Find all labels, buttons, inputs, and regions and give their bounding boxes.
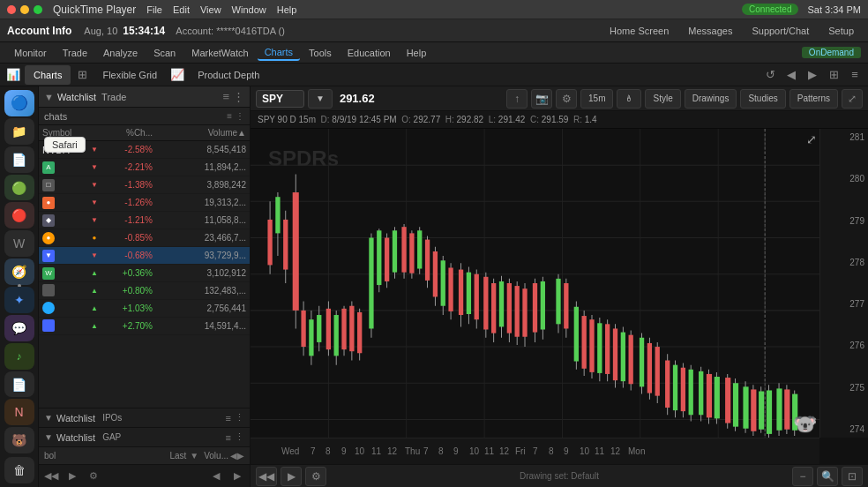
sidebar-dots-icon[interactable]: ⋮ [233, 90, 244, 103]
section2-dots[interactable]: ⋮ [235, 431, 244, 443]
symbol-2: □ [42, 178, 86, 191]
sidebar-collapse-toggle[interactable]: ▼ [44, 92, 54, 102]
tab-productdepth[interactable]: Product Depth [189, 65, 268, 85]
sidebar-left-btn[interactable]: ◀ [207, 468, 225, 485]
mac-menu-file[interactable]: File [146, 4, 162, 15]
settings-icon[interactable]: ⚙ [556, 89, 577, 109]
sidebar-right-btn[interactable]: ▶ [228, 468, 246, 485]
section1-toggle[interactable]: ▼ [44, 413, 53, 423]
nav-help[interactable]: Help [400, 46, 434, 60]
dock-app4[interactable]: 🔴 [4, 202, 34, 229]
dock-app3[interactable]: 🟢 [4, 175, 34, 201]
menu-icon[interactable]: ≡ [845, 65, 864, 85]
patterns-btn[interactable]: Patterns [789, 89, 838, 109]
maximize-dot[interactable] [34, 5, 42, 14]
drawings-btn[interactable]: Drawings [685, 89, 737, 109]
fullscreen-icon[interactable]: ⤢ [806, 132, 817, 146]
dock-finder[interactable]: 🔵 [4, 90, 34, 116]
nav-trade[interactable]: Trade [56, 46, 94, 60]
grid-icon[interactable]: ⊞ [824, 65, 843, 85]
dock-app7[interactable]: ✦ [4, 287, 34, 313]
dock-app11[interactable]: N [4, 399, 34, 425]
share-icon[interactable]: ↑ [506, 89, 528, 109]
refresh-icon[interactable]: ↺ [760, 65, 780, 85]
timeframe-btn[interactable]: 15m [580, 89, 613, 109]
candle-icon[interactable]: 🕯 [617, 89, 641, 109]
dock-safari[interactable]: 🧭 [4, 258, 34, 285]
tab-icon-grid[interactable]: ⊞ [72, 65, 92, 85]
chats-dots[interactable]: ⋮ [236, 111, 244, 121]
chart-settings-btn[interactable]: ⚙ [305, 467, 326, 486]
dock-app5[interactable]: W [4, 230, 34, 257]
expand-icon[interactable]: ⤢ [842, 89, 863, 109]
nav-messages[interactable]: Messages [681, 24, 739, 38]
sidebar-settings-btn[interactable]: ⚙ [85, 468, 102, 485]
table-row[interactable]: ▲ +0.80% 132,483,... [39, 282, 250, 300]
close-dot[interactable] [7, 5, 16, 14]
dock-app10[interactable]: 📄 [4, 371, 34, 398]
tab-flexiblegrid[interactable]: Flexible Grid [94, 65, 166, 85]
nav-tools[interactable]: Tools [302, 46, 339, 60]
dock-app12[interactable]: 🐻 [4, 427, 34, 453]
nav-analyze[interactable]: Analyze [96, 46, 145, 60]
tab-icon-depth[interactable]: 📈 [168, 65, 187, 85]
nav-home[interactable]: Home Screen [602, 24, 676, 38]
table-row[interactable]: ● ● -0.85% 23,466,7... [39, 229, 250, 247]
chart-zoom-in[interactable]: 🔍 [817, 467, 838, 486]
trade-tab[interactable]: Trade [101, 92, 126, 102]
sidebar-prev-btn[interactable]: ◀◀ [42, 468, 60, 485]
last-dropdown[interactable]: ▼ [190, 451, 198, 461]
mac-menu-edit[interactable]: Edit [173, 4, 190, 15]
nav-monitor[interactable]: Monitor [7, 46, 54, 60]
dock-app8[interactable]: 💬 [4, 315, 34, 341]
nav-scan[interactable]: Scan [146, 46, 183, 60]
chart-zoom-out[interactable]: − [792, 467, 813, 486]
change-icon-9: ▲ [86, 302, 102, 316]
table-row[interactable]: ▲ +2.70% 14,591,4... [39, 318, 250, 335]
table-row[interactable]: □ ▼ -1.38% 3,898,242 [39, 176, 250, 194]
mac-menu-view[interactable]: View [200, 4, 221, 15]
nav-education[interactable]: Education [340, 46, 398, 60]
sidebar-play-btn[interactable]: ▶ [64, 468, 81, 485]
volume-0: 8,545,418 [153, 145, 246, 154]
section1-dots[interactable]: ⋮ [235, 412, 244, 423]
dock-app1[interactable]: 📁 [4, 118, 34, 145]
chats-menu[interactable]: ≡ [227, 111, 232, 121]
table-row[interactable]: W ▲ +0.36% 3,102,912 [39, 265, 250, 282]
dock-app9[interactable]: ♪ [4, 343, 34, 370]
account-info-label[interactable]: Account Info [7, 25, 71, 37]
section1-menu[interactable]: ≡ [226, 413, 231, 423]
forward-icon[interactable]: ▶ [803, 65, 822, 85]
minimize-dot[interactable] [20, 5, 29, 14]
table-row[interactable]: A ▼ -2.21% 11,894,2... [39, 159, 250, 176]
symbol-type-btn[interactable]: ▼ [308, 89, 333, 109]
sidebar-menu-icon[interactable]: ≡ [222, 90, 229, 103]
camera-icon[interactable]: 📷 [531, 89, 552, 109]
nav-support[interactable]: Support/Chat [745, 24, 816, 38]
table-row[interactable]: ● ▼ -1.26% 19,313,2... [39, 194, 250, 212]
last-scroll[interactable]: ◀▶ [230, 451, 244, 461]
bear-icon[interactable]: 🐨 [793, 413, 817, 436]
section2-toggle[interactable]: ▼ [44, 432, 53, 442]
dock-trash[interactable]: 🗑 [4, 457, 34, 483]
chart-prev-btn[interactable]: ◀◀ [256, 467, 277, 486]
table-row[interactable]: ◆ ▼ -1.21% 11,058,8... [39, 212, 250, 229]
section2-menu[interactable]: ≡ [226, 432, 231, 443]
tab-icon-charts[interactable]: 📊 [4, 65, 23, 85]
tab-charts[interactable]: Charts [25, 65, 71, 85]
table-row[interactable]: ▼ ▼ -0.68% 93,729,9... [39, 247, 250, 265]
table-row[interactable]: ▲ +1.03% 2,756,441 [39, 300, 250, 318]
nav-charts[interactable]: Charts [258, 45, 300, 61]
chart-zoom-reset[interactable]: ⊡ [842, 467, 863, 486]
ondemand-button[interactable]: OnDemand [802, 47, 861, 58]
dock-app2[interactable]: 📄 [4, 146, 34, 173]
nav-setup[interactable]: Setup [821, 24, 861, 38]
nav-marketwatch[interactable]: MarketWatch [184, 46, 255, 60]
mac-menu-window[interactable]: Window [232, 4, 266, 15]
style-btn[interactable]: Style [645, 89, 680, 109]
back-icon[interactable]: ◀ [782, 65, 801, 85]
symbol-input[interactable] [256, 90, 304, 108]
chart-play-btn[interactable]: ▶ [281, 467, 302, 486]
mac-menu-help[interactable]: Help [277, 4, 297, 15]
studies-btn[interactable]: Studies [740, 89, 785, 109]
